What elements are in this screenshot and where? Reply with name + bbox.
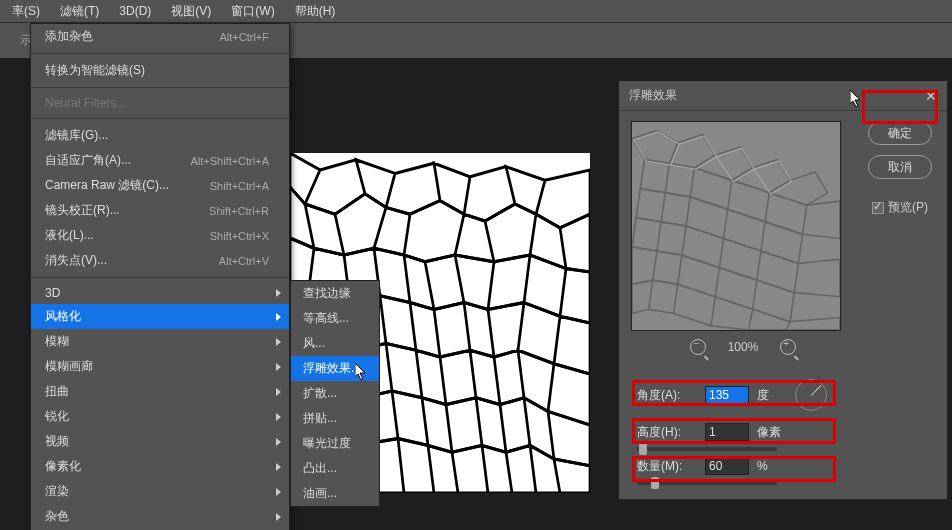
chevron-right-icon [276,338,281,346]
submenu-wind[interactable]: 风... [291,331,379,356]
menu-view[interactable]: 视图(V) [161,0,221,23]
stylize-submenu: 查找边缘 等高线... 风... 浮雕效果... 扩散... 拼贴... 曝光过… [290,280,380,507]
height-row: 高度(H): 像素 [631,417,935,447]
separator [31,118,289,119]
menu-render-sub[interactable]: 渲染 [31,479,289,504]
menu-stylize-sub[interactable]: 风格化 [31,304,289,329]
menu-camera-raw[interactable]: Camera Raw 滤镜(C)...Shift+Ctrl+A [31,173,289,198]
height-unit: 像素 [757,424,781,441]
ok-button[interactable]: 确定 [868,121,932,145]
menu-blur-gallery-sub[interactable]: 模糊画廊 [31,354,289,379]
menu-help[interactable]: 帮助(H) [285,0,346,23]
menu-3d[interactable]: 3D(D) [109,1,161,21]
menu-distort-sub[interactable]: 扭曲 [31,379,289,404]
separator [31,277,289,278]
amount-row: 数量(M): % [631,451,935,481]
amount-input[interactable] [705,457,749,475]
chevron-right-icon [276,438,281,446]
menu-lens-correction[interactable]: 镜头校正(R)...Shift+Ctrl+R [31,198,289,223]
zoom-in-icon[interactable] [780,339,796,355]
menu-blur-sub[interactable]: 模糊 [31,329,289,354]
menu-pixelate-sub[interactable]: 像素化 [31,454,289,479]
dialog-preview[interactable] [631,121,841,331]
menu-sharpen-sub[interactable]: 锐化 [31,404,289,429]
amount-slider[interactable] [637,481,777,485]
menu-adaptive-wide[interactable]: 自适应广角(A)...Alt+Shift+Ctrl+A [31,148,289,173]
height-input[interactable] [705,423,749,441]
dialog-title-text: 浮雕效果 [629,87,677,104]
angle-row: 角度(A): 度 [631,373,935,417]
close-icon[interactable]: ✕ [925,88,937,104]
dialog-titlebar[interactable]: 浮雕效果 ✕ [619,81,947,111]
submenu-extrude[interactable]: 凸出... [291,456,379,481]
zoom-level: 100% [728,340,759,354]
submenu-contours[interactable]: 等高线... [291,306,379,331]
emboss-dialog: 浮雕效果 ✕ [618,80,948,500]
menu-video-sub[interactable]: 视频 [31,429,289,454]
slider-thumb[interactable] [651,477,659,489]
chevron-right-icon [276,413,281,421]
checkbox-icon [872,202,884,214]
submenu-oil-paint[interactable]: 油画... [291,481,379,506]
cursor-icon [355,363,369,381]
cursor-icon [850,90,864,108]
separator [31,53,289,54]
chevron-right-icon [276,363,281,371]
menu-3d-sub[interactable]: 3D [31,282,289,304]
menu-vanishing-point[interactable]: 消失点(V)...Alt+Ctrl+V [31,248,289,273]
angle-label: 角度(A): [637,387,697,404]
chevron-right-icon [276,488,281,496]
menu-rate[interactable]: 率(S) [2,0,50,23]
menu-filter-gallery[interactable]: 滤镜库(G)... [31,123,289,148]
menu-liquify[interactable]: 液化(L)...Shift+Ctrl+X [31,223,289,248]
submenu-tiles[interactable]: 拼贴... [291,406,379,431]
preview-checkbox[interactable]: 预览(P) [872,199,928,216]
menu-window[interactable]: 窗口(W) [221,0,284,23]
menubar: 率(S) 滤镜(T) 3D(D) 视图(V) 窗口(W) 帮助(H) [0,0,952,22]
menu-noise-sub[interactable]: 杂色 [31,504,289,529]
separator [31,87,289,88]
chevron-right-icon [276,513,281,521]
chevron-right-icon [276,388,281,396]
chevron-right-icon [276,463,281,471]
menu-convert-smart[interactable]: 转换为智能滤镜(S) [31,58,289,83]
angle-input[interactable] [705,386,749,404]
submenu-solarize[interactable]: 曝光过度 [291,431,379,456]
svg-rect-1 [632,122,840,330]
submenu-find-edges[interactable]: 查找边缘 [291,281,379,306]
menu-filter[interactable]: 滤镜(T) [50,0,109,23]
zoom-out-icon[interactable] [690,339,706,355]
cancel-button[interactable]: 取消 [868,155,932,179]
angle-dial[interactable] [795,379,827,411]
menu-neural-filters[interactable]: Neural Filters... [31,92,289,114]
angle-unit: 度 [757,387,769,404]
menu-add-noise[interactable]: 添加杂色Alt+Ctrl+F [31,24,289,49]
height-label: 高度(H): [637,424,697,441]
chevron-right-icon [276,289,281,297]
filter-menu-dropdown: 添加杂色Alt+Ctrl+F 转换为智能滤镜(S) Neural Filters… [30,23,290,530]
preview-checkbox-label: 预览(P) [888,199,928,216]
amount-label: 数量(M): [637,458,697,475]
amount-unit: % [757,459,768,473]
submenu-diffuse[interactable]: 扩散... [291,381,379,406]
chevron-right-icon [276,313,281,321]
